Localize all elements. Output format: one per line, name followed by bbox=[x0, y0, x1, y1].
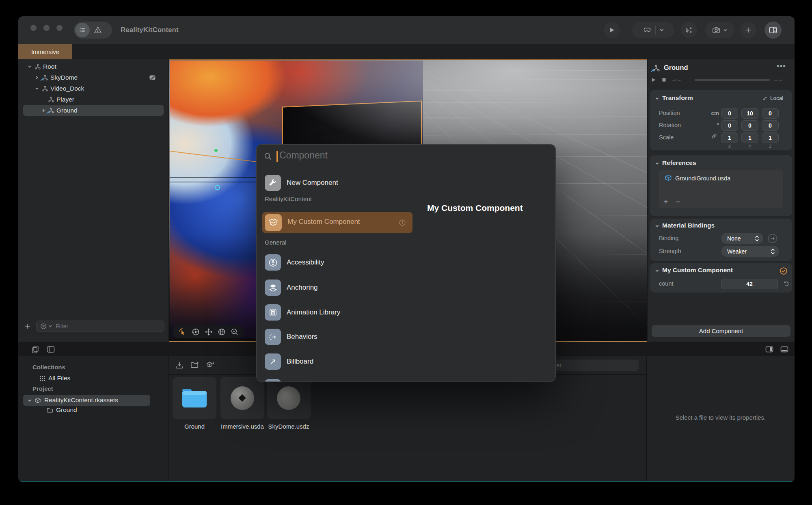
accessibility-icon bbox=[268, 258, 278, 268]
tab-immersive[interactable]: Immersive bbox=[18, 44, 72, 59]
playback-play-icon[interactable] bbox=[650, 77, 657, 83]
add-component-button[interactable]: Add Component bbox=[652, 325, 790, 337]
position-x-field[interactable]: 0 bbox=[721, 108, 738, 119]
file-label: Ground bbox=[173, 423, 216, 430]
orbit-tool-icon[interactable] bbox=[191, 327, 200, 336]
file-tile-skydome[interactable] bbox=[267, 377, 311, 419]
chevron-down-icon[interactable] bbox=[48, 324, 53, 329]
window-title: RealityKitContent bbox=[121, 26, 179, 34]
disclosure-right-icon[interactable] bbox=[35, 76, 39, 80]
volume-pointer-button[interactable] bbox=[681, 22, 697, 38]
component-item-label: Billboard bbox=[287, 358, 313, 366]
chevron-down-icon[interactable] bbox=[723, 28, 728, 33]
new-object-icon[interactable] bbox=[205, 360, 215, 370]
hierarchy-filter-input[interactable] bbox=[56, 323, 149, 329]
reference-item[interactable]: Ground/Ground.usda bbox=[675, 175, 730, 182]
panel-bottom-toggle-icon[interactable] bbox=[780, 345, 789, 354]
zoom-window-button[interactable] bbox=[56, 25, 63, 31]
rotation-z-field[interactable]: 0 bbox=[762, 120, 779, 131]
playback-stop-icon[interactable] bbox=[661, 77, 667, 83]
all-files-label: All Files bbox=[48, 375, 70, 382]
add-entity-icon[interactable] bbox=[24, 323, 31, 330]
panel-left-icon[interactable] bbox=[46, 345, 56, 354]
inspector-toggle-button[interactable] bbox=[764, 22, 782, 39]
disclosure-down-icon[interactable] bbox=[655, 224, 659, 228]
rotation-unit: ° bbox=[703, 122, 719, 128]
hidden-eye-icon[interactable] bbox=[149, 75, 155, 80]
time-remaining: --:-- bbox=[774, 77, 790, 83]
timeline-slider[interactable] bbox=[695, 79, 770, 81]
scale-y-field[interactable]: 1 bbox=[741, 132, 758, 143]
component-item-my-custom-component[interactable]: My Custom Component bbox=[262, 212, 412, 233]
files-filter-input[interactable] bbox=[549, 362, 630, 368]
scale-z-field[interactable]: 1 bbox=[762, 132, 779, 143]
rkassets-row[interactable]: RealityKitContent.rkassets bbox=[23, 395, 150, 406]
list-item-partial[interactable] bbox=[265, 379, 281, 382]
divider bbox=[659, 197, 783, 197]
animation-library-icon bbox=[268, 308, 278, 318]
tree-row-root[interactable]: Root bbox=[18, 61, 169, 72]
position-z-field[interactable]: 0 bbox=[762, 108, 779, 119]
disclosure-down-icon[interactable] bbox=[28, 65, 32, 69]
more-options-button[interactable]: ••• bbox=[777, 62, 786, 71]
warning-icon[interactable] bbox=[93, 26, 102, 35]
check-circle-icon[interactable] bbox=[779, 267, 788, 275]
file-tile-ground[interactable] bbox=[173, 377, 216, 419]
component-tile bbox=[265, 304, 281, 321]
time-elapsed: --:-- bbox=[672, 77, 689, 83]
strength-dropdown[interactable]: Weaker bbox=[721, 246, 779, 257]
wrench-tile bbox=[265, 175, 281, 191]
binding-label: Binding bbox=[659, 235, 678, 241]
pages-icon[interactable] bbox=[30, 345, 40, 354]
disclosure-down-icon[interactable] bbox=[655, 96, 659, 101]
play-button[interactable] bbox=[604, 22, 620, 38]
section-title: My Custom Component bbox=[662, 267, 733, 274]
search-icon bbox=[264, 152, 272, 160]
disclosure-down-icon[interactable] bbox=[655, 269, 659, 273]
tree-row-ground[interactable]: Ground bbox=[18, 105, 169, 116]
hierarchy-filter-field[interactable] bbox=[36, 321, 164, 332]
info-icon[interactable] bbox=[398, 218, 407, 227]
panel-right-toggle-icon[interactable] bbox=[764, 345, 774, 354]
disclosure-right-icon[interactable] bbox=[41, 108, 45, 113]
scale-x-field[interactable]: 1 bbox=[721, 132, 738, 143]
zoom-tool-icon[interactable] bbox=[230, 327, 239, 336]
add-reference-button[interactable]: + bbox=[664, 198, 668, 206]
component-item-label: Accessibility bbox=[287, 258, 324, 267]
chevron-down-icon[interactable] bbox=[659, 27, 665, 33]
add-item-button[interactable] bbox=[740, 22, 756, 38]
binding-dropdown[interactable]: None bbox=[721, 233, 763, 244]
files-filter-field[interactable] bbox=[544, 360, 639, 371]
tree-row-skydome[interactable]: SkyDome bbox=[18, 72, 169, 83]
space-selector[interactable]: Local bbox=[770, 95, 783, 101]
file-tile-immersive[interactable] bbox=[220, 377, 264, 419]
component-search-bar[interactable] bbox=[257, 145, 555, 168]
new-folder-icon[interactable] bbox=[190, 360, 200, 370]
rotation-y-field[interactable]: 0 bbox=[741, 120, 758, 131]
minimize-window-button[interactable] bbox=[43, 25, 50, 31]
tree-row-video-dock[interactable]: Video_Dock bbox=[18, 83, 169, 94]
project-navigator: Collections All Files Project RealityKit… bbox=[18, 356, 169, 482]
component-search-input[interactable] bbox=[279, 150, 507, 161]
globe-tool-icon[interactable] bbox=[217, 327, 226, 336]
disclosure-down-icon[interactable] bbox=[655, 161, 659, 166]
assign-binding-icon[interactable] bbox=[767, 233, 778, 244]
link-scale-icon[interactable] bbox=[710, 132, 718, 140]
select-tool-icon[interactable] bbox=[178, 327, 187, 336]
position-y-field[interactable]: 10 bbox=[741, 108, 758, 119]
simulator-device-button[interactable] bbox=[632, 22, 674, 38]
snapshot-button[interactable] bbox=[705, 22, 734, 38]
scene-list-button[interactable] bbox=[75, 23, 90, 37]
revert-icon[interactable] bbox=[782, 280, 790, 287]
import-icon[interactable] bbox=[175, 360, 184, 370]
tree-row-player[interactable]: Player bbox=[18, 94, 169, 105]
move-tool-icon[interactable] bbox=[204, 327, 213, 336]
tree-label: SkyDome bbox=[50, 74, 78, 81]
close-window-button[interactable] bbox=[30, 25, 37, 31]
rotation-x-field[interactable]: 0 bbox=[721, 120, 738, 131]
stepper-icon bbox=[770, 247, 775, 256]
disclosure-down-icon[interactable] bbox=[28, 399, 32, 403]
remove-reference-button[interactable]: − bbox=[676, 198, 680, 206]
disclosure-down-icon[interactable] bbox=[35, 87, 39, 91]
count-field[interactable]: 42 bbox=[721, 279, 778, 289]
